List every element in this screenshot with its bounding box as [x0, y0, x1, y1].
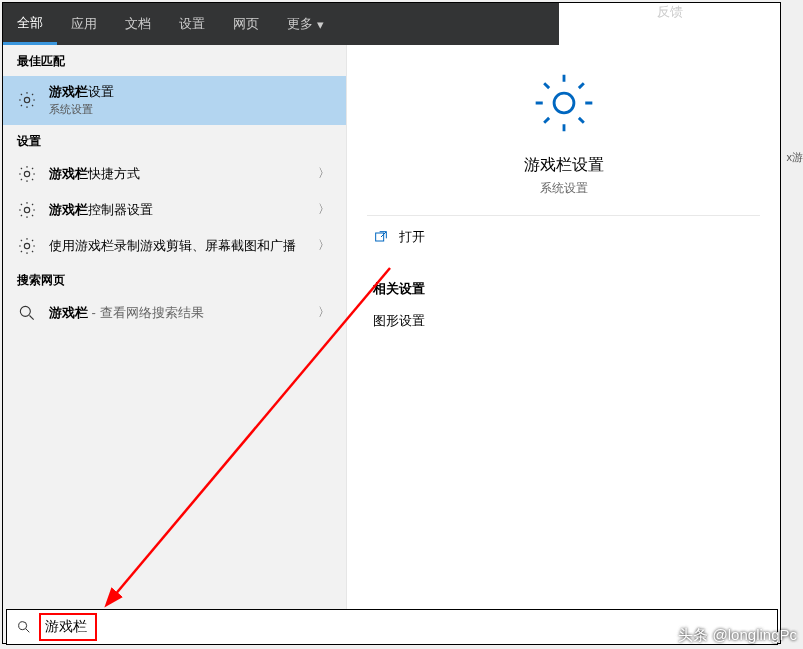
preview-panel: 游戏栏设置 系统设置 打开 相关设置 图形设置	[347, 45, 780, 643]
search-icon	[7, 619, 41, 635]
result-title: 游戏栏设置	[49, 84, 332, 100]
tab-settings[interactable]: 设置	[165, 3, 219, 45]
search-filter-tabs: 全部 应用 文档 设置 网页 更多 ▾ 反馈	[3, 3, 780, 45]
cropped-text: x游	[787, 150, 804, 165]
more-options-button[interactable]	[652, 21, 688, 37]
web-search-header: 搜索网页	[3, 264, 346, 295]
gear-icon	[530, 69, 598, 141]
svg-point-5	[24, 207, 29, 212]
results-panel: 最佳匹配 游戏栏设置 系统设置 设置 游戏栏快捷方式 〉 游戏栏控制器设置 〉	[3, 45, 347, 643]
result-title: 游戏栏控制器设置	[49, 202, 316, 218]
svg-point-3	[24, 98, 29, 103]
tab-more-label: 更多	[287, 15, 313, 33]
tab-documents[interactable]: 文档	[111, 3, 165, 45]
svg-point-4	[24, 171, 29, 176]
result-subtitle: 系统设置	[49, 102, 332, 117]
open-label: 打开	[399, 228, 425, 246]
tab-web[interactable]: 网页	[219, 3, 273, 45]
svg-point-2	[673, 28, 676, 31]
taskbar-search-box[interactable]	[6, 609, 778, 645]
svg-rect-9	[376, 233, 384, 241]
settings-result-recording[interactable]: 使用游戏栏录制游戏剪辑、屏幕截图和广播 〉	[3, 228, 346, 264]
result-title: 使用游戏栏录制游戏剪辑、屏幕截图和广播	[49, 238, 316, 254]
related-settings-header: 相关设置	[347, 258, 780, 306]
related-graphics-settings[interactable]: 图形设置	[347, 306, 780, 336]
chevron-right-icon: 〉	[316, 237, 332, 254]
feedback-button[interactable]: 反馈	[643, 3, 697, 21]
settings-header: 设置	[3, 125, 346, 156]
settings-result-shortcut[interactable]: 游戏栏快捷方式 〉	[3, 156, 346, 192]
best-match-result[interactable]: 游戏栏设置 系统设置	[3, 76, 346, 125]
svg-point-10	[19, 622, 27, 630]
gear-icon	[17, 90, 37, 110]
chevron-down-icon: ▾	[317, 17, 324, 32]
preview-title: 游戏栏设置	[524, 155, 604, 176]
open-button[interactable]: 打开	[347, 216, 780, 258]
svg-point-8	[554, 93, 574, 113]
start-menu-search-window: 全部 应用 文档 设置 网页 更多 ▾ 反馈 最佳匹配 游戏栏设置 系	[2, 2, 781, 644]
chevron-right-icon: 〉	[316, 201, 332, 218]
search-input[interactable]	[41, 615, 541, 639]
svg-point-1	[668, 28, 671, 31]
ellipsis-icon	[662, 21, 678, 37]
result-title: 游戏栏快捷方式	[49, 166, 316, 182]
tab-apps[interactable]: 应用	[57, 3, 111, 45]
gear-icon	[17, 164, 37, 184]
svg-point-6	[24, 243, 29, 248]
settings-result-controller[interactable]: 游戏栏控制器设置 〉	[3, 192, 346, 228]
svg-point-0	[663, 28, 666, 31]
open-icon	[373, 229, 389, 245]
svg-point-7	[20, 306, 30, 316]
gear-icon	[17, 236, 37, 256]
preview-subtitle: 系统设置	[540, 180, 588, 197]
tab-more[interactable]: 更多 ▾	[273, 3, 338, 45]
chevron-right-icon: 〉	[316, 165, 332, 182]
gear-icon	[17, 200, 37, 220]
result-title: 游戏栏 - 查看网络搜索结果	[49, 305, 316, 321]
web-result[interactable]: 游戏栏 - 查看网络搜索结果 〉	[3, 295, 346, 331]
search-icon	[17, 303, 37, 323]
chevron-right-icon: 〉	[316, 304, 332, 321]
best-match-header: 最佳匹配	[3, 45, 346, 76]
tab-all[interactable]: 全部	[3, 3, 57, 45]
